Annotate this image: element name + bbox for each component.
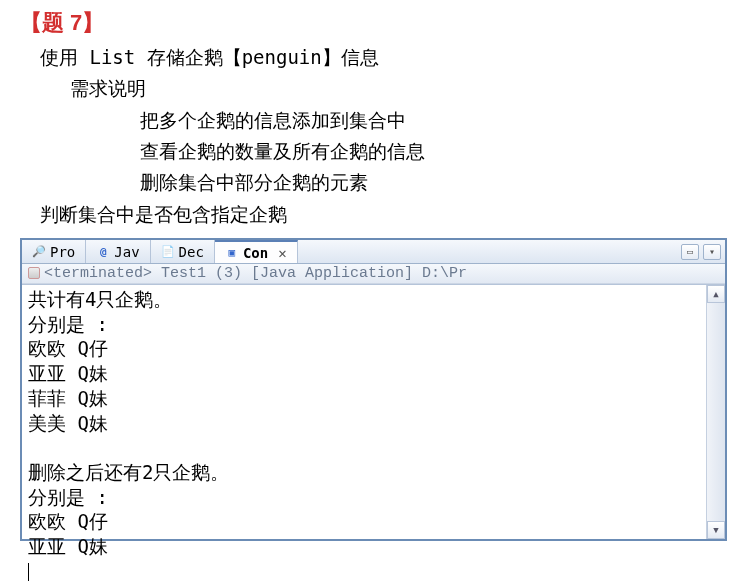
console-output[interactable]: 共计有4只企鹅。 分别是 : 欧欧 Q仔 亚亚 Q妹 菲菲 Q妹 美美 Q妹 删… xyxy=(22,285,705,539)
console-line: 分别是 : xyxy=(28,313,108,335)
problem-line: 使用 List 存储企鹅【penguin】信息 xyxy=(40,42,707,73)
console-status: <terminated> Test1 (3) [Java Application… xyxy=(22,264,725,284)
ide-window: 🔎 Pro @ Jav 📄 Dec ▣ Con ✕ ▭ ▾ <terminate… xyxy=(20,238,727,541)
declaration-icon: 📄 xyxy=(161,245,175,259)
scroll-down-button[interactable]: ▼ xyxy=(707,521,725,539)
tab-label: Jav xyxy=(114,244,139,260)
status-text: <terminated> Test1 (3) [Java Application… xyxy=(44,265,467,282)
toolbar-button[interactable]: ▾ xyxy=(703,244,721,260)
tab-javadoc[interactable]: @ Jav xyxy=(86,240,150,263)
close-icon[interactable]: ✕ xyxy=(278,245,286,261)
tab-label: Con xyxy=(243,245,268,261)
javadoc-icon: @ xyxy=(96,245,110,259)
tab-bar: 🔎 Pro @ Jav 📄 Dec ▣ Con ✕ ▭ ▾ xyxy=(22,240,725,264)
tab-label: Dec xyxy=(179,244,204,260)
problem-line: 需求说明 xyxy=(40,73,707,104)
problem-line: 查看企鹅的数量及所有企鹅的信息 xyxy=(40,136,707,167)
console-line: 亚亚 Q妹 xyxy=(28,535,108,557)
console-line: 共计有4只企鹅。 xyxy=(28,288,172,310)
problems-icon: 🔎 xyxy=(32,245,46,259)
console-line: 分别是 : xyxy=(28,486,108,508)
console-line: 删除之后还有2只企鹅。 xyxy=(28,461,229,483)
console-line: 欧欧 Q仔 xyxy=(28,337,108,359)
vertical-scrollbar[interactable]: ▲ ▼ xyxy=(706,285,725,539)
problem-line: 把多个企鹅的信息添加到集合中 xyxy=(40,105,707,136)
toolbar-button[interactable]: ▭ xyxy=(681,244,699,260)
tab-declaration[interactable]: 📄 Dec xyxy=(151,240,215,263)
console-area: 共计有4只企鹅。 分别是 : 欧欧 Q仔 亚亚 Q妹 菲菲 Q妹 美美 Q妹 删… xyxy=(22,284,725,539)
console-line: 欧欧 Q仔 xyxy=(28,510,108,532)
console-line: 亚亚 Q妹 xyxy=(28,362,108,384)
text-cursor xyxy=(28,563,29,581)
tab-problems[interactable]: 🔎 Pro xyxy=(22,240,86,263)
scroll-up-button[interactable]: ▲ xyxy=(707,285,725,303)
terminated-icon xyxy=(28,267,40,279)
console-line: 菲菲 Q妹 xyxy=(28,387,108,409)
problem-title: 【题 7】 xyxy=(0,0,747,42)
toolbar-actions: ▭ ▾ xyxy=(681,244,725,260)
problem-text: 使用 List 存储企鹅【penguin】信息 需求说明 把多个企鹅的信息添加到… xyxy=(0,42,747,230)
console-line: 美美 Q妹 xyxy=(28,412,108,434)
tab-console[interactable]: ▣ Con ✕ xyxy=(215,240,298,263)
problem-line: 判断集合中是否包含指定企鹅 xyxy=(40,199,707,230)
problem-line: 删除集合中部分企鹅的元素 xyxy=(40,167,707,198)
scroll-track[interactable] xyxy=(707,303,725,521)
console-icon: ▣ xyxy=(225,246,239,260)
tab-label: Pro xyxy=(50,244,75,260)
